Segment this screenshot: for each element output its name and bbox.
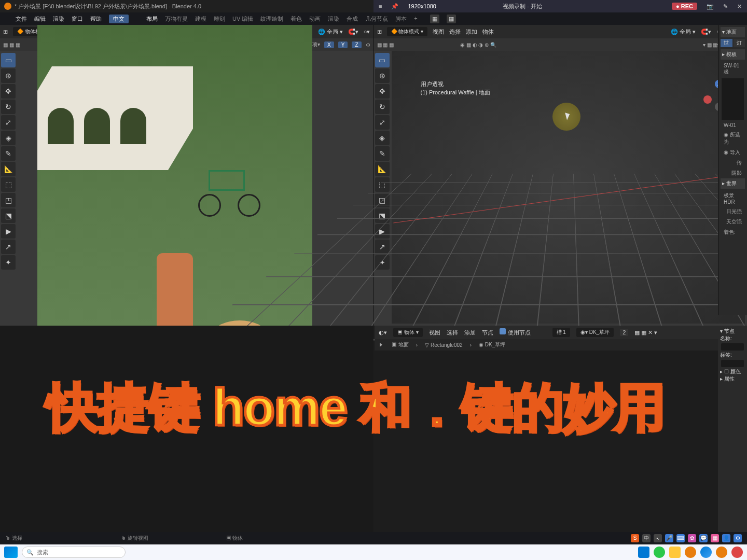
- hamburger-icon[interactable]: ≡: [379, 3, 382, 9]
- axis-y[interactable]: Y: [338, 41, 348, 48]
- vp2-canvas[interactable]: 用户透视 (1) Procedural Waffle | 地面 Z Y 🔍 ✋ …: [392, 51, 745, 324]
- select-mode-icons[interactable]: ▦ ▦ ▦: [3, 42, 20, 48]
- tool-rotate[interactable]: ↻: [375, 100, 390, 114]
- ime-flower-icon[interactable]: ✿: [688, 534, 696, 542]
- rpanel-title[interactable]: ▾ 地面: [721, 27, 745, 37]
- axis-x[interactable]: X: [324, 41, 334, 48]
- name-input[interactable]: [721, 343, 744, 351]
- tool-move[interactable]: ✥: [375, 84, 390, 99]
- tab-render[interactable]: 渲染: [328, 15, 339, 23]
- tab-world[interactable]: 世: [721, 39, 732, 47]
- vpmenu-select[interactable]: 选择: [449, 28, 461, 36]
- bc-rect[interactable]: ▽ Rectangle002: [425, 342, 463, 348]
- row-color[interactable]: 着色:: [721, 227, 745, 237]
- pin-icon[interactable]: 📌: [391, 3, 398, 10]
- tool-scale[interactable]: ⤢: [375, 115, 390, 130]
- blender-icon[interactable]: [2, 16, 8, 22]
- tag-input[interactable]: [721, 360, 744, 367]
- tool-extra3[interactable]: ▶: [1, 224, 16, 239]
- gizmo-x[interactable]: [703, 95, 712, 104]
- ime-chat-icon[interactable]: 💬: [699, 534, 708, 542]
- snap-icon[interactable]: 🧲▾: [348, 29, 358, 35]
- use-nodes-check[interactable]: 使用节点: [500, 328, 531, 337]
- tab-compose[interactable]: 合成: [347, 15, 358, 23]
- bc-ground[interactable]: ▣ 地面: [392, 341, 409, 348]
- tab-layout[interactable]: 布局: [146, 15, 158, 23]
- item-sw01[interactable]: SW-01极: [721, 61, 745, 77]
- tab-add[interactable]: +: [414, 15, 417, 23]
- tab-modeling[interactable]: 建模: [195, 15, 206, 23]
- row-hdr[interactable]: 极景HDR: [721, 190, 745, 206]
- viewport-right[interactable]: ⊞ 🔶 物体模式 ▾ 视图 选择 添加 物体 🌐 全局 ▾ 🧲▾ ○▾ ◐◉◑ …: [374, 25, 748, 326]
- scene-icon-1[interactable]: ▦: [430, 15, 439, 23]
- ime-mic-icon[interactable]: 🎤: [665, 534, 673, 542]
- editor-type-icon[interactable]: ◐▾: [379, 329, 387, 336]
- tool-extra5[interactable]: ✦: [1, 255, 16, 270]
- ime-lang[interactable]: 中: [642, 534, 651, 542]
- task-edge2-icon[interactable]: [700, 547, 712, 558]
- tab-sculpt[interactable]: 雕刻: [214, 15, 225, 23]
- start-button[interactable]: [4, 547, 18, 558]
- language-toggle[interactable]: 中文: [109, 15, 129, 23]
- tool-cursor[interactable]: ⊕: [1, 68, 16, 83]
- item-w01[interactable]: W-01: [721, 121, 745, 130]
- tool-transform[interactable]: ◈: [1, 131, 16, 145]
- menu-file[interactable]: 文件: [16, 15, 27, 23]
- sogou-icon[interactable]: S: [631, 534, 639, 542]
- task-media-icon[interactable]: [654, 547, 665, 558]
- menu-edit[interactable]: 编辑: [34, 15, 46, 23]
- vpmenu-view[interactable]: 视图: [433, 28, 444, 36]
- axis-z[interactable]: Z: [352, 41, 361, 48]
- node-add[interactable]: 添加: [464, 329, 476, 337]
- menu-window[interactable]: 窗口: [72, 15, 83, 23]
- tool-addcube[interactable]: ⬚: [1, 177, 16, 192]
- tool-rotate[interactable]: ↻: [1, 100, 16, 114]
- tab-anim[interactable]: 动画: [309, 15, 321, 23]
- tab-addon[interactable]: 万物有灵: [165, 15, 188, 23]
- vpmenu-object[interactable]: 物体: [482, 28, 494, 36]
- gear-icon[interactable]: ⚙: [366, 42, 370, 48]
- material-dd[interactable]: ◉▾ DK_草坪: [576, 328, 614, 337]
- tool-move[interactable]: ✥: [1, 84, 16, 99]
- tool-scale[interactable]: ⤢: [1, 115, 16, 130]
- task-explorer-icon[interactable]: [669, 547, 681, 558]
- tool-select-box[interactable]: ▭: [1, 53, 16, 67]
- editor-type-icon[interactable]: ⊞: [3, 29, 8, 35]
- camera-icon[interactable]: 📷: [707, 3, 714, 10]
- slot-dd[interactable]: 槽 1: [552, 328, 570, 337]
- ime-keyboard-icon[interactable]: ⌨: [676, 534, 685, 542]
- menu-help[interactable]: 帮助: [90, 15, 102, 23]
- snap-icon[interactable]: 🧲▾: [701, 29, 711, 35]
- tool-annotate[interactable]: ✎: [375, 146, 390, 161]
- tool-extra1[interactable]: ◳: [1, 193, 16, 207]
- task-blender-icon[interactable]: [685, 547, 696, 558]
- section-world[interactable]: ▸ 世界: [721, 178, 745, 189]
- proportional-icon[interactable]: ○▾: [364, 29, 370, 35]
- node-obj-dd[interactable]: ▣ 物体 ▾: [393, 328, 423, 337]
- tool-annotate[interactable]: ✎: [1, 146, 16, 161]
- tab-uv[interactable]: UV 编辑: [232, 15, 253, 23]
- orientation-dd[interactable]: 🌐 全局 ▾: [318, 28, 343, 36]
- tool-extra4[interactable]: ↗: [1, 240, 16, 254]
- node-icons[interactable]: ▦ ▦ ✕ ▾: [634, 329, 657, 336]
- ime-person-icon[interactable]: 👤: [722, 534, 730, 542]
- tool-measure[interactable]: 📐: [1, 162, 16, 176]
- select-mode-icons[interactable]: ▦ ▦ ▦: [377, 42, 394, 48]
- tool-select-box[interactable]: ▭: [375, 53, 390, 67]
- ime-gear-icon[interactable]: ⚙: [734, 534, 742, 542]
- menu-render[interactable]: 渲染: [53, 15, 64, 23]
- tool-transform[interactable]: ◈: [375, 131, 390, 145]
- pencil-icon[interactable]: ✎: [723, 3, 728, 10]
- row-shadow[interactable]: 阴影: [721, 168, 745, 178]
- ime-punct[interactable]: •,: [654, 534, 662, 542]
- ime-grid-icon[interactable]: ▦: [711, 534, 719, 542]
- close-icon[interactable]: ✕: [737, 3, 742, 10]
- task-edge-icon[interactable]: [638, 547, 649, 558]
- row-pass[interactable]: 传: [721, 158, 745, 168]
- task-blender2-icon[interactable]: [716, 547, 727, 558]
- tool-extra2[interactable]: ⬔: [1, 208, 16, 223]
- tab-geonodes[interactable]: 几何节点: [365, 15, 388, 23]
- node-view[interactable]: 视图: [429, 329, 440, 337]
- task-rec-icon[interactable]: [731, 547, 743, 558]
- bc-mat[interactable]: ◉ DK_草坪: [479, 341, 505, 348]
